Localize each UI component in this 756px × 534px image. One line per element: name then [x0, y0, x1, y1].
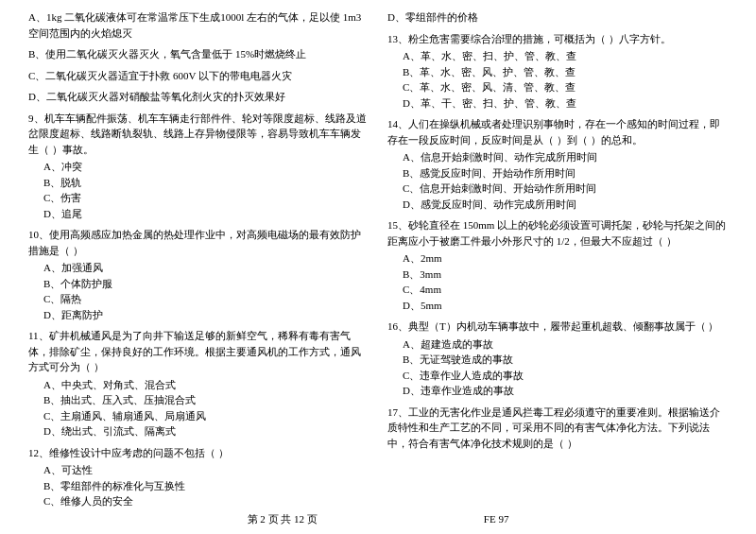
question-15-option-b: B、3mm — [387, 267, 728, 283]
question-9-text: 9、机车车辆配件振荡、机车车辆走行部件件、轮对等限度超标、线路及道岔限度超标、线… — [28, 111, 369, 158]
question-13-option-b: B、革、水、密、风、护、管、教、查 — [387, 64, 728, 80]
question-14: 14、人们在操纵机械或者处理识别事物时，存在一个感知的时间过程，即存在一段反应时… — [387, 116, 728, 212]
question-12-option-b: B、零组部件的标准化与互换性 — [28, 478, 369, 494]
question-10-option-a: A、加强通风 — [28, 260, 369, 276]
question-intro-b-text: B、使用二氧化碳灭火器灭火，氧气含量低于 15%时燃烧终止 — [28, 46, 369, 62]
question-10-text: 10、使用高频感应加热金属的热处理作业中，对高频电磁场的最有效防护措施是（ ） — [28, 227, 369, 258]
question-14-option-b: B、感觉反应时间、开始动作所用时间 — [387, 165, 728, 181]
question-13: 13、粉尘危害需要综合治理的措施，可概括为（ ）八字方针。 A、革、水、密、扫、… — [387, 31, 728, 112]
question-13-option-c: C、革、水、密、风、清、管、教、查 — [387, 79, 728, 95]
question-16-text: 16、典型（T）内机动车辆事故中，履带起重机超载、倾翻事故属于（ ） — [387, 319, 728, 335]
question-11-text: 11、矿井机械通风是为了向井下输送足够的新鲜空气，稀释有毒有害气体，排除矿尘，保… — [28, 328, 369, 375]
page-code: FE 97 — [484, 513, 509, 525]
question-16-option-a: A、超建造成的事故 — [387, 336, 728, 353]
question-16-option-b: B、无证驾驶造成的事故 — [387, 352, 728, 368]
question-11-option-b: B、抽出式、压入式、压抽混合式 — [28, 392, 369, 408]
question-17-text: 17、工业的无害化作业是通风拦毒工程必须遵守的重要准则。根据输送介质特性和生产工… — [387, 405, 728, 452]
question-9: 9、机车车辆配件振荡、机车车辆走行部件件、轮对等限度超标、线路及道岔限度超标、线… — [28, 111, 369, 222]
question-12-option-a: A、可达性 — [28, 462, 369, 478]
page: A、1kg 二氧化碳液体可在常温常压下生成1000l 左右的气体，足以使 1m3… — [0, 0, 756, 534]
question-12-d-text: D、零组部件的价格 — [387, 9, 728, 26]
question-13-option-d: D、革、干、密、扫、护、管、教、查 — [387, 95, 728, 112]
question-17: 17、工业的无害化作业是通风拦毒工程必须遵守的重要准则。根据输送介质特性和生产工… — [387, 405, 728, 452]
left-column: A、1kg 二氧化碳液体可在常温常压下生成1000l 左右的气体，足以使 1m3… — [28, 9, 369, 515]
question-15-option-d: D、5mm — [387, 298, 728, 314]
question-15-option-c: C、4mm — [387, 282, 728, 298]
question-10-option-b: B、个体防护服 — [28, 276, 369, 292]
question-15-text: 15、砂轮直径在 150mm 以上的砂轮必须设置可调托架，砂轮与托架之间的距离应… — [387, 217, 728, 249]
question-12: 12、维修性设计中应考虑的问题不包括（ ） A、可达性 B、零组部件的标准化与互… — [28, 445, 369, 509]
question-intro-d: D、二氧化碳灭火器对硝酸盐等氧化剂火灾的扑灭效果好 — [28, 89, 369, 105]
question-14-option-d: D、感觉反应时间、动作完成所用时间 — [387, 197, 728, 213]
question-14-option-a: A、信息开始刺激时间、动作完成所用时间 — [387, 149, 728, 165]
question-11-option-a: A、中央式、对角式、混合式 — [28, 377, 369, 393]
question-intro-c: C、二氧化碳灭火器适宜于扑救 600V 以下的带电电器火灾 — [28, 68, 369, 84]
question-13-text: 13、粉尘危害需要综合治理的措施，可概括为（ ）八字方针。 — [387, 31, 728, 47]
question-9-option-c: C、伤害 — [28, 190, 369, 206]
question-10-option-d: D、距离防护 — [28, 307, 369, 323]
question-14-option-c: C、信息开始刺激时间、开始动作所用时间 — [387, 181, 728, 197]
question-9-option-a: A、冲突 — [28, 159, 369, 175]
question-11-option-c: C、主扇通风、辅扇通风、局扇通风 — [28, 408, 369, 424]
question-16-option-c: C、违章作业人造成的事故 — [387, 368, 728, 384]
question-11-option-d: D、绕出式、引流式、隔离式 — [28, 423, 369, 439]
right-column: D、零组部件的价格 13、粉尘危害需要综合治理的措施，可概括为（ ）八字方针。 … — [387, 9, 728, 515]
question-intro-a: A、1kg 二氧化碳液体可在常温常压下生成1000l 左右的气体，足以使 1m3… — [28, 9, 369, 41]
question-15-option-a: A、2mm — [387, 250, 728, 267]
question-intro-d-text: D、二氧化碳灭火器对硝酸盐等氧化剂火灾的扑灭效果好 — [28, 89, 369, 105]
question-9-option-d: D、追尾 — [28, 206, 369, 222]
question-12-d: D、零组部件的价格 — [387, 9, 728, 26]
content-columns: A、1kg 二氧化碳液体可在常温常压下生成1000l 左右的气体，足以使 1m3… — [28, 9, 728, 515]
question-15: 15、砂轮直径在 150mm 以上的砂轮必须设置可调托架，砂轮与托架之间的距离应… — [387, 217, 728, 313]
question-intro-b: B、使用二氧化碳灭火器灭火，氧气含量低于 15%时燃烧终止 — [28, 46, 369, 62]
question-12-option-c: C、维修人员的安全 — [28, 493, 369, 509]
question-10: 10、使用高频感应加热金属的热处理作业中，对高频电磁场的最有效防护措施是（ ） … — [28, 227, 369, 322]
page-info: 第 2 页 共 12 页 — [248, 513, 318, 525]
question-intro-a-text: A、1kg 二氧化碳液体可在常温常压下生成1000l 左右的气体，足以使 1m3… — [28, 9, 369, 41]
question-16-option-d: D、违章作业造成的事故 — [387, 383, 728, 399]
question-14-text: 14、人们在操纵机械或者处理识别事物时，存在一个感知的时间过程，即存在一段反应时… — [387, 116, 728, 147]
question-16: 16、典型（T）内机动车辆事故中，履带起重机超载、倾翻事故属于（ ） A、超建造… — [387, 319, 728, 399]
question-10-option-c: C、隔热 — [28, 291, 369, 307]
question-11: 11、矿井机械通风是为了向井下输送足够的新鲜空气，稀释有毒有害气体，排除矿尘，保… — [28, 328, 369, 439]
question-13-option-a: A、革、水、密、扫、护、管、教、查 — [387, 48, 728, 64]
question-9-option-b: B、脱轨 — [28, 175, 369, 191]
question-12-text: 12、维修性设计中应考虑的问题不包括（ ） — [28, 445, 369, 461]
page-footer: 第 2 页 共 12 页 FE 97 — [0, 512, 756, 526]
question-intro-c-text: C、二氧化碳灭火器适宜于扑救 600V 以下的带电电器火灾 — [28, 68, 369, 84]
